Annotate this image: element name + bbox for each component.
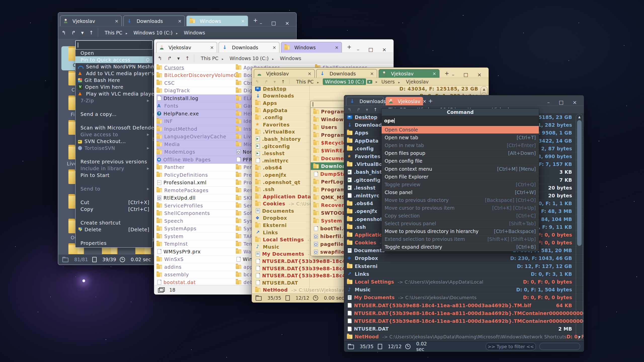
file-row[interactable]: PolicyDefinitions [156, 171, 236, 179]
close-button[interactable]: × [477, 72, 481, 78]
up-button[interactable]: ↑ [89, 30, 94, 36]
file-row[interactable]: Dropbox D: 230, F: 1043, 46 GB [344, 254, 584, 262]
file-row[interactable]: LanguageOverlayCache [156, 133, 236, 141]
file-row[interactable]: Fonts [156, 102, 236, 110]
maximize-button[interactable]: □ [368, 47, 373, 53]
forward-button[interactable]: ↱ [71, 30, 76, 36]
context-menu-item[interactable]: Pin to Quick access [75, 56, 152, 63]
tab-close-icon[interactable]: × [241, 18, 245, 24]
tab-close-icon[interactable]: × [423, 99, 426, 104]
breadcrumb-item[interactable]: This PC [199, 55, 225, 62]
file-row[interactable]: WMSysPr9.prx [156, 248, 236, 256]
scrollbar[interactable]: ▲ ▼ [576, 114, 583, 340]
file-row[interactable]: Cursors [156, 64, 236, 72]
back-button[interactable]: ↰ [255, 79, 259, 84]
context-menu-item[interactable]: Restore previous versions [75, 158, 152, 165]
context-menu-item[interactable]: Send to [75, 185, 152, 192]
tab[interactable]: Vjekoslav × [60, 16, 122, 26]
context-menu-item[interactable]: Send with NordVPN Meshnet [75, 63, 152, 70]
context-menu-item[interactable]: Open [75, 50, 152, 56]
file-row[interactable]: Links D: 0, F: 3, 1 KB [344, 270, 584, 278]
breadcrumb-user[interactable]: Vjekoslav [404, 78, 431, 85]
palette-command[interactable]: Copy selection [Ctrl+C] [382, 212, 539, 220]
history-dropdown-icon[interactable]: ▾ [366, 107, 368, 112]
file-row[interactable]: System [156, 233, 236, 240]
tab-close-icon[interactable]: × [335, 45, 339, 50]
file-row[interactable]: BitLockerDiscoveryVolumeContents [156, 72, 236, 79]
type-to-filter-pill[interactable]: >> Type to filter << [486, 343, 536, 350]
context-menu-filter-input[interactable] [75, 40, 152, 50]
close-button[interactable]: × [285, 20, 289, 26]
palette-command[interactable]: Move to previous directory [Backspace] [… [382, 196, 539, 204]
file-row[interactable]: SystemApps [156, 225, 236, 233]
new-tab-button[interactable]: + [347, 44, 351, 50]
file-row[interactable]: DtcInstall.log [156, 95, 236, 102]
context-menu-item[interactable]: Scan with Microsoft Defender... [75, 124, 152, 131]
context-menu-item[interactable]: Copy [Ctrl+C] [75, 206, 152, 212]
drive-dropdown-button[interactable]: ▾ [367, 80, 372, 84]
file-row[interactable]: Offline Web Pages [156, 156, 236, 164]
scrollbar-up-icon[interactable]: ▲ [578, 115, 580, 119]
file-row[interactable]: Eksterni D: 12, F: 127, 12 GB [344, 262, 584, 270]
tab-close-icon[interactable]: × [308, 71, 311, 76]
context-menu-item[interactable] [75, 104, 152, 111]
file-row[interactable]: WinSxS [156, 256, 236, 263]
breadcrumb-this-pc[interactable]: This PC [294, 78, 321, 85]
context-menu-item[interactable] [75, 212, 152, 219]
file-row[interactable]: NTUSER.DAT{53b39e88-18c4-11ea-a811-000d3… [344, 309, 584, 317]
history-dropdown-icon[interactable]: ▾ [81, 30, 84, 36]
palette-command[interactable]: Extend selection to previous item [Shift… [382, 235, 539, 243]
context-menu-item[interactable] [75, 178, 152, 185]
context-menu-item[interactable]: 7-Zip [75, 97, 152, 104]
palette-command[interactable]: Open in new tab [Ctrl+Enter] [382, 142, 539, 149]
tab-close-icon[interactable]: × [370, 71, 374, 76]
breadcrumb-users[interactable]: Users [379, 78, 402, 85]
maximize-button[interactable]: □ [463, 72, 468, 78]
file-row[interactable]: Panther [156, 164, 236, 171]
file-row[interactable]: NetHood -> C:\Users\Vjekoslav\AppData\Ro… [344, 333, 584, 341]
file-row[interactable]: NTUSER.DAT{53b39e88-18c4-11ea-a811-000d3… [344, 317, 584, 325]
tab[interactable]: Downloads × [219, 42, 279, 53]
minimize-button[interactable]: – [260, 20, 262, 26]
context-menu-item[interactable]: Include in library [75, 165, 152, 172]
file-row[interactable]: INF [156, 118, 236, 125]
context-menu-item[interactable]: Send a copy... [75, 111, 152, 117]
tab[interactable]: Vjekoslav × [156, 42, 217, 53]
breadcrumb-item[interactable]: Windows 10 (C:) [227, 55, 276, 62]
file-row[interactable]: Desktop D: 43034, F: 125185, 23 GB [252, 85, 488, 93]
file-row[interactable]: Speech [156, 217, 236, 225]
forward-button[interactable]: ↱ [168, 55, 172, 61]
palette-command[interactable]: Close panel [Ctrl+W] [382, 189, 539, 196]
context-menu-item[interactable]: TortoiseSVN [75, 145, 152, 151]
new-tab-button[interactable]: + [428, 98, 433, 104]
context-menu-item[interactable]: Pin to Start [75, 172, 152, 178]
close-button[interactable]: × [573, 99, 577, 105]
file-row[interactable]: Music D: 0, F: 1, 504 bytes [344, 286, 584, 294]
tab-close-icon[interactable]: × [432, 71, 436, 76]
scrollbar-thumb[interactable] [577, 120, 582, 246]
palette-command[interactable]: Open files popup [Alt+Down] [382, 149, 539, 157]
maximize-button[interactable]: □ [559, 99, 564, 105]
file-row[interactable]: assembly [156, 271, 236, 279]
tab[interactable]: Windows × [186, 16, 248, 26]
history-dropdown-icon[interactable]: ▾ [274, 79, 276, 84]
palette-command[interactable]: Open context menu [Ctrl+M] [Menu] [382, 165, 539, 173]
file-row[interactable]: Media [156, 141, 236, 148]
maximize-button[interactable]: □ [271, 20, 276, 26]
forward-button[interactable]: ↱ [357, 107, 360, 112]
tab[interactable]: Vjekoslav × [379, 69, 439, 78]
tab-close-icon[interactable]: × [272, 45, 276, 50]
filter-pill[interactable] [539, 343, 580, 350]
file-row[interactable]: TempInst [156, 240, 236, 248]
context-menu-item[interactable]: Cut [Ctrl+X] [75, 199, 152, 206]
tab[interactable]: Downloads × [346, 97, 384, 105]
palette-command[interactable]: Toggle expand directory [Ctrl+B] [382, 243, 539, 251]
palette-search-input[interactable]: ope [382, 116, 539, 126]
context-menu-item[interactable]: Add to VLC media player's Playlist [75, 70, 152, 77]
context-menu-item[interactable] [75, 151, 152, 158]
file-row[interactable]: RemotePackages [156, 187, 236, 194]
breadcrumb-item[interactable]: Windows 10 (C:) [131, 29, 180, 36]
back-button[interactable]: ↰ [62, 30, 66, 36]
scrollbar-down-icon[interactable]: ▼ [578, 335, 580, 339]
minimize-button[interactable]: – [452, 72, 454, 78]
